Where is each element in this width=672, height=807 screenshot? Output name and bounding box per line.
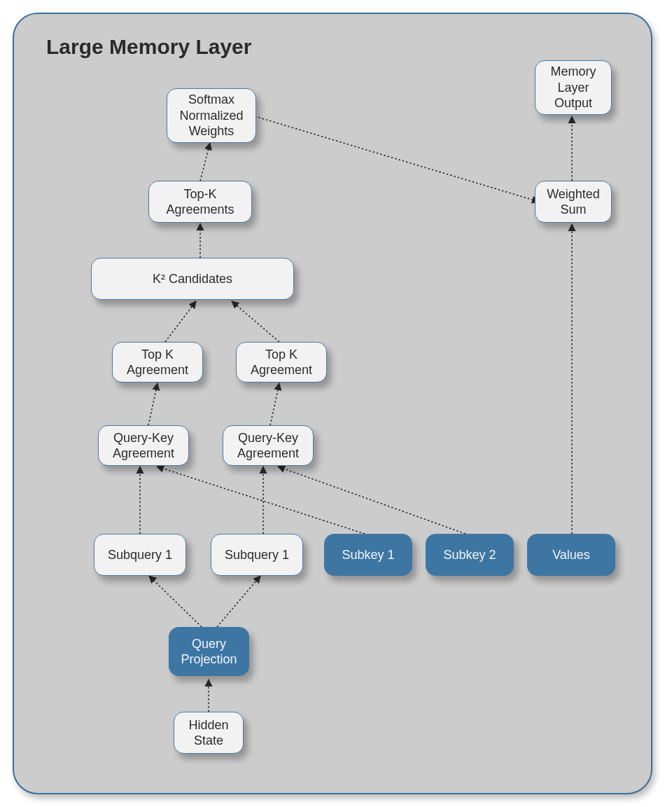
node-values: Values (527, 534, 615, 576)
node-memory-output: MemoryLayerOutput (535, 60, 612, 115)
node-qk-agreement-right: Query-KeyAgreement (223, 425, 314, 466)
panel-title: Large Memory Layer (46, 35, 251, 59)
node-subkey-1: Subkey 1 (324, 534, 412, 576)
panel-large-memory-layer: Large Memory Layer (13, 13, 652, 794)
node-hidden-state: HiddenState (174, 712, 244, 754)
node-subkey-2: Subkey 2 (426, 534, 514, 576)
node-k2-candidates: K² Candidates (91, 258, 294, 300)
node-query-projection: QueryProjection (169, 627, 249, 676)
node-topk-agreement-left: Top KAgreement (112, 342, 203, 382)
node-qk-agreement-left: Query-KeyAgreement (98, 425, 189, 466)
node-softmax-weights: SoftmaxNormalizedWeights (167, 88, 256, 143)
node-subquery-1b: Subquery 1 (211, 534, 303, 576)
node-topk-agreement-right: Top KAgreement (236, 342, 327, 382)
node-weighted-sum: WeightedSum (535, 181, 612, 223)
node-topk-agreements: Top-KAgreements (148, 181, 252, 223)
node-subquery-1a: Subquery 1 (94, 534, 186, 576)
diagram-canvas: Large Memory Layer (0, 0, 672, 807)
